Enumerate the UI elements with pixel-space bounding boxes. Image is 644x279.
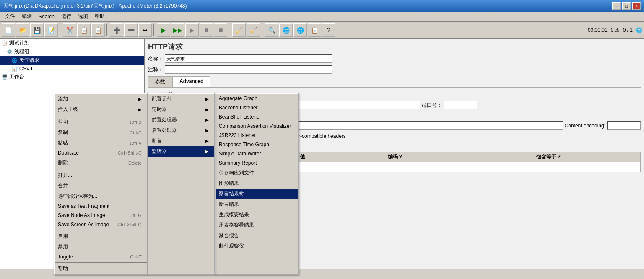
menu-run[interactable]: 运行 (58, 12, 75, 21)
ctx-timer-arrow: ▶ (205, 107, 209, 112)
ctx-toggle[interactable]: Toggle Ctrl-T (55, 252, 147, 261)
toolbar-start-no-pauses[interactable]: ▶▶ (171, 23, 184, 37)
ctx-save-selected[interactable]: 选中部分保存为... (55, 191, 147, 202)
ctx-beanshell-listener[interactable]: BeanShell Listener (216, 112, 298, 121)
menu-help[interactable]: 帮助 (91, 12, 108, 21)
close-button[interactable]: ✕ (632, 2, 641, 10)
menu-search[interactable]: Search (35, 13, 58, 21)
ctx-summary-report[interactable]: Summary Report (216, 158, 298, 168)
ctx-response-time-graph[interactable]: Response Time Graph (216, 140, 298, 149)
ctx-graph-results[interactable]: 图形结果 (216, 178, 298, 189)
ctx-paste[interactable]: 粘贴 Ctrl-V (55, 138, 147, 148)
ctx-save-screen-shortcut: Ctrl+Shift-G (117, 222, 142, 227)
ctx-save-screen-image[interactable]: Save Screen As Image Ctrl+Shift-G (55, 220, 147, 229)
sep3 (153, 24, 155, 36)
ctx-delete[interactable]: 删除 Delete (55, 158, 147, 168)
ctx-duplicate-label: Duplicate (58, 150, 79, 156)
comment-label: 注释： (148, 66, 163, 73)
toolbar-validate[interactable]: ▶ (185, 23, 199, 37)
tree-item-workspace[interactable]: 🖥️ 工作台 (0, 72, 144, 81)
ctx-save-response[interactable]: 保存响应到文件 (216, 168, 298, 178)
ctx-duplicate[interactable]: Duplicate Ctrl+Shift-C (55, 148, 147, 158)
ctx-assertion-results[interactable]: 断言结果 (216, 199, 298, 209)
toolbar-template[interactable]: 📝 (44, 23, 58, 37)
toolbar-start[interactable]: ▶ (157, 23, 170, 37)
ctx-aggregate-report[interactable]: 聚合报告 (216, 230, 298, 241)
maximize-button[interactable]: □ (622, 2, 631, 10)
port-input[interactable] (444, 101, 477, 109)
ctx-post-processor[interactable]: 后置处理器 ▶ (148, 125, 214, 136)
context-menu-level1: 添加 ▶ 插入上级 ▶ 剪切 Ctrl-X 复制 Ctrl-C 粘贴 Ctrl-… (54, 93, 148, 275)
toolbar-new[interactable]: 📄 (2, 23, 15, 37)
toolbar-shutdown[interactable]: ⏹ (214, 23, 227, 37)
ctx-save-node-image-label: Save Node As Image (58, 212, 105, 218)
ctx-add[interactable]: 添加 ▶ (55, 94, 147, 104)
menu-edit[interactable]: 编辑 (18, 12, 35, 21)
tree-item-thread-group[interactable]: ⚙️ 线程组 (0, 47, 144, 56)
ctx-enable[interactable]: 启用 (55, 231, 147, 242)
ctx-pre-processor[interactable]: 前置处理器 ▶ (148, 115, 214, 125)
ctx-toggle-label: Toggle (58, 254, 73, 260)
ctx-view-results-tree[interactable]: 察看结果树 (216, 189, 298, 199)
ctx-copy[interactable]: 复制 Ctrl-C (55, 127, 147, 138)
toolbar-paste[interactable]: 📋 (91, 23, 105, 37)
ctx-aggregate-graph[interactable]: Aggregate Graph (216, 94, 298, 103)
toolbar-open[interactable]: 📂 (16, 23, 29, 37)
ctx-sep4 (55, 262, 147, 263)
toolbar-expand[interactable]: ➕ (110, 23, 123, 37)
toolbar-collapse[interactable]: ➖ (124, 23, 138, 37)
sep4 (229, 24, 231, 36)
ctx-save-node-image[interactable]: Save Node As Image Ctrl-G (55, 211, 147, 220)
ctx-jsr223-listener[interactable]: JSR223 Listener (216, 131, 298, 140)
thread-group-icon: ⚙️ (7, 49, 13, 54)
toolbar-clear-all[interactable]: 🧹 (247, 23, 260, 37)
ctx-disable-label: 禁用 (58, 243, 68, 251)
name-input[interactable] (165, 54, 332, 63)
toolbar-save[interactable]: 💾 (30, 23, 44, 37)
ctx-simple-data-writer[interactable]: Simple Data Writer (216, 149, 298, 158)
name-row: 名称： (148, 54, 641, 63)
menu-options[interactable]: 选项 (75, 12, 91, 21)
ctx-cut[interactable]: 剪切 Ctrl-X (55, 117, 147, 127)
ctx-backend-listener[interactable]: Backend Listener (216, 103, 298, 112)
toolbar-remote-start[interactable]: 🌐 (279, 23, 293, 37)
ctx-timer[interactable]: 定时器 ▶ (148, 104, 214, 115)
toolbar-clear[interactable]: 🧹 (232, 23, 246, 37)
tab-params[interactable]: 参数 (148, 76, 172, 87)
tree-item-test-plan[interactable]: 📋 测试计划 (0, 39, 144, 47)
ctx-assertion[interactable]: 断言 ▶ (148, 136, 214, 146)
ctx-mail-observer[interactable]: 邮件观察仪 (216, 241, 298, 251)
tree-item-weather-req[interactable]: 🌐 天气请求 (0, 56, 144, 65)
ctx-comparison-label: Comparison Assertion Visualizer (219, 123, 291, 129)
minimize-button[interactable]: ─ (612, 2, 621, 10)
toolbar-help[interactable]: ? (322, 23, 335, 37)
tree-label-workspace: 工作台 (9, 73, 24, 80)
ctx-paste-shortcut: Ctrl-V (130, 141, 142, 146)
toolbar-log[interactable]: 📋 (308, 23, 321, 37)
ctx-listener[interactable]: 监听器 ▶ (148, 146, 214, 157)
tab-advanced[interactable]: Advanced (172, 76, 210, 87)
ctx-config-element[interactable]: 配置元件 ▶ (148, 94, 214, 104)
ctx-disable[interactable]: 禁用 (55, 242, 147, 252)
menu-file[interactable]: 文件 (2, 12, 18, 21)
ctx-helpitem[interactable]: 帮助 (55, 264, 147, 274)
title-bar: 天气.jmx (D:\JDK\apache-jmeter-3.2\bin\天气.… (0, 0, 644, 12)
encoding-input[interactable] (607, 121, 641, 130)
ctx-comparison-assertion[interactable]: Comparison Assertion Visualizer (216, 121, 298, 131)
ctx-add-label: 添加 (58, 96, 68, 103)
ctx-merge[interactable]: 合并 (55, 181, 147, 191)
ctx-view-table[interactable]: 用表格察看结果 (216, 220, 298, 230)
title-text: 天气.jmx (D:\JDK\apache-jmeter-3.2\bin\天气.… (3, 3, 187, 10)
toolbar-remote-stop[interactable]: 🌐 (293, 23, 307, 37)
toolbar-cut[interactable]: ✂️ (63, 23, 76, 37)
ctx-open[interactable]: 打开... (55, 170, 147, 181)
toolbar-copy[interactable]: 📋 (77, 23, 91, 37)
ctx-generate-summary[interactable]: 生成概要结果 (216, 209, 298, 220)
toolbar-search[interactable]: 🔍 (265, 23, 278, 37)
comment-input[interactable] (165, 65, 332, 74)
tree-item-csv[interactable]: 📊 CSV D... (0, 65, 144, 72)
toolbar-stop[interactable]: ⏹ (200, 23, 213, 37)
ctx-save-test-fragment[interactable]: Save as Test Fragment (55, 202, 147, 211)
toolbar-toggle[interactable]: ↩ (138, 23, 152, 37)
ctx-insert-parent[interactable]: 插入上级 ▶ (55, 104, 147, 115)
